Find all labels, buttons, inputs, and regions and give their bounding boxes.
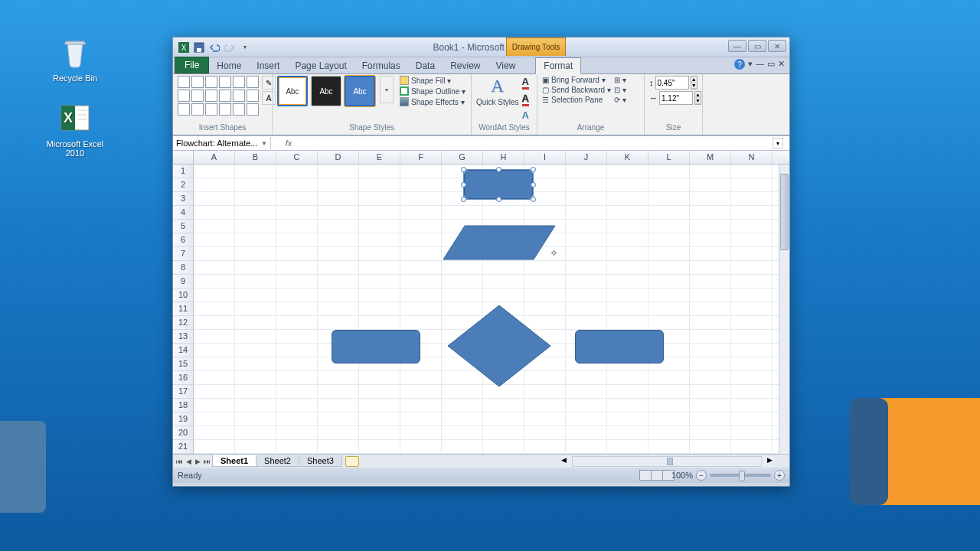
maximize-button[interactable]: ▭	[748, 40, 766, 52]
new-sheet-button[interactable]	[345, 456, 359, 467]
shape-effects-button[interactable]: Shape Effects ▾	[400, 97, 466, 106]
align-button[interactable]: ⊞▾	[614, 76, 626, 84]
next-sheet-icon[interactable]: ▶	[193, 458, 202, 465]
row-header[interactable]: 8	[173, 261, 194, 275]
redo-icon[interactable]	[224, 41, 236, 54]
tab-format[interactable]: Format	[535, 57, 581, 74]
sheet-tab-1[interactable]: Sheet1	[212, 455, 256, 467]
shape-outline-button[interactable]: Shape Outline ▾	[400, 86, 466, 96]
normal-view-button[interactable]	[639, 470, 652, 481]
tab-view[interactable]: View	[488, 58, 524, 73]
first-sheet-icon[interactable]: ⏮	[175, 458, 184, 465]
col-header[interactable]: H	[483, 151, 524, 164]
tab-file[interactable]: File	[175, 57, 209, 73]
row-header[interactable]: 1	[173, 165, 194, 178]
row-header[interactable]: 15	[173, 357, 194, 371]
tab-page-layout[interactable]: Page Layout	[287, 58, 354, 73]
text-fill-icon[interactable]: A	[522, 76, 529, 90]
row-header[interactable]: 12	[173, 316, 194, 330]
row-header[interactable]: 10	[173, 289, 194, 302]
tab-insert[interactable]: Insert	[249, 58, 287, 73]
recycle-bin-icon[interactable]: Recycle Bin	[46, 34, 104, 83]
zoom-out-button[interactable]: −	[696, 470, 707, 481]
row-header[interactable]: 4	[173, 206, 194, 220]
col-header[interactable]: B	[235, 151, 276, 164]
horizontal-scrollbar[interactable]: ◀ ▶	[560, 456, 774, 467]
row-header[interactable]: 3	[173, 192, 194, 206]
row-header[interactable]: 16	[173, 371, 194, 385]
col-header[interactable]: I	[524, 151, 566, 164]
shape-diamond[interactable]	[446, 304, 552, 388]
col-header[interactable]: F	[400, 151, 442, 164]
help-icon[interactable]: ?	[734, 59, 745, 70]
shape-parallelogram[interactable]	[442, 224, 557, 261]
row-header[interactable]: 14	[173, 344, 194, 357]
cells-area[interactable]: ✧	[194, 165, 779, 454]
col-header[interactable]: C	[276, 151, 318, 164]
col-header[interactable]: M	[690, 151, 731, 164]
select-all-corner[interactable]	[173, 151, 194, 164]
undo-icon[interactable]	[208, 41, 220, 54]
row-header[interactable]: 18	[173, 399, 194, 412]
row-header[interactable]: 5	[173, 220, 194, 233]
sheet-tab-2[interactable]: Sheet2	[256, 455, 299, 467]
shape-styles-more-icon[interactable]: ▾	[380, 76, 394, 103]
minimize-ribbon-icon[interactable]: ▾	[748, 59, 753, 70]
shape-rounded-rect-left[interactable]	[332, 330, 420, 364]
row-header[interactable]: 13	[173, 330, 194, 344]
send-backward-button[interactable]: ▢Send Backward ▾	[542, 86, 611, 94]
fx-icon[interactable]: fx	[279, 139, 299, 148]
scroll-right-icon[interactable]: ▶	[767, 456, 773, 464]
tab-formulas[interactable]: Formulas	[354, 58, 408, 73]
col-header[interactable]: D	[318, 151, 359, 164]
col-header[interactable]: G	[442, 151, 483, 164]
shape-style-2[interactable]: Abc	[311, 76, 341, 106]
row-header[interactable]: 11	[173, 302, 194, 316]
row-header[interactable]: 9	[173, 275, 194, 289]
last-sheet-icon[interactable]: ⏭	[202, 458, 211, 465]
row-header[interactable]: 17	[173, 385, 194, 399]
workbook-close-icon[interactable]: ✕	[778, 59, 785, 70]
shape-width-input[interactable]	[659, 91, 693, 105]
shape-style-1[interactable]: Abc	[277, 76, 308, 106]
shapes-gallery[interactable]	[178, 76, 259, 116]
zoom-in-button[interactable]: +	[774, 470, 785, 481]
height-spinner[interactable]: ▲▼	[691, 76, 698, 90]
workbook-restore-icon[interactable]: ▭	[767, 59, 775, 70]
shape-rounded-rect-right[interactable]	[575, 330, 664, 364]
name-box[interactable]: Flowchart: Alternate...▼	[173, 137, 271, 149]
qat-customize-icon[interactable]: ▾	[239, 41, 251, 54]
group-button[interactable]: ⊡▾	[614, 86, 626, 94]
prev-sheet-icon[interactable]: ◀	[184, 458, 193, 465]
row-header[interactable]: 6	[173, 233, 194, 247]
shape-fill-button[interactable]: Shape Fill ▾	[400, 76, 466, 85]
close-button[interactable]: ✕	[768, 40, 786, 52]
minimize-button[interactable]: —	[728, 40, 746, 52]
rotate-button[interactable]: ⟳▾	[614, 96, 626, 104]
chevron-down-icon[interactable]: ▼	[261, 140, 267, 147]
vertical-scrollbar[interactable]	[779, 165, 789, 454]
page-layout-view-button[interactable]	[651, 470, 663, 481]
wordart-quick-styles[interactable]: A	[491, 76, 504, 96]
col-header[interactable]: N	[731, 151, 773, 164]
title-bar[interactable]: X ▾ Book1 - Microsoft Excel Drawing Tool…	[173, 37, 789, 57]
col-header[interactable]: A	[194, 151, 235, 164]
col-header[interactable]: K	[607, 151, 648, 164]
row-header[interactable]: 7	[173, 247, 194, 261]
save-icon[interactable]	[193, 41, 205, 54]
scroll-left-icon[interactable]: ◀	[561, 456, 567, 464]
text-effects-icon[interactable]: A	[522, 109, 529, 121]
shape-flowchart-alternate-process[interactable]	[463, 169, 534, 200]
col-header[interactable]: L	[648, 151, 690, 164]
tab-home[interactable]: Home	[209, 58, 249, 73]
row-header[interactable]: 20	[173, 426, 194, 440]
expand-formula-bar-icon[interactable]: ▾	[773, 138, 783, 148]
row-header[interactable]: 2	[173, 178, 194, 192]
row-header[interactable]: 19	[173, 412, 194, 426]
bring-forward-button[interactable]: ▣Bring Forward ▾	[542, 76, 611, 84]
tab-data[interactable]: Data	[408, 58, 443, 73]
workbook-minimize-icon[interactable]: —	[756, 59, 764, 70]
width-spinner[interactable]: ▲▼	[694, 91, 701, 105]
selection-pane-button[interactable]: ☰Selection Pane	[542, 96, 611, 104]
shape-height-input[interactable]	[655, 76, 689, 90]
